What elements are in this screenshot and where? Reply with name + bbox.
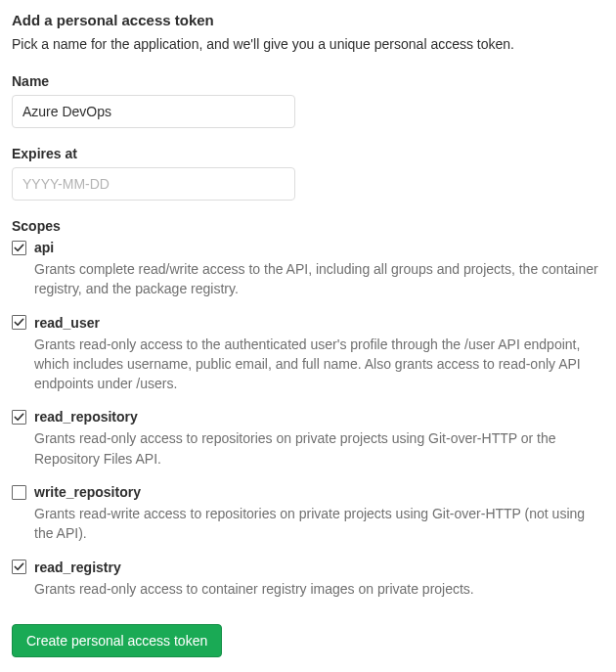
- scope-row-write_repository: write_repositoryGrants read-write access…: [12, 484, 604, 544]
- scope-description: Grants read-write access to repositories…: [34, 504, 604, 544]
- scope-row-api: apiGrants complete read/write access to …: [12, 240, 604, 299]
- scope-header: write_repository: [12, 484, 604, 500]
- scope-row-read_repository: read_repositoryGrants read-only access t…: [12, 409, 604, 469]
- scope-header: read_repository: [12, 409, 604, 425]
- expires-input[interactable]: [12, 167, 295, 201]
- scope-name-label: api: [34, 240, 54, 255]
- create-token-button[interactable]: Create personal access token: [12, 624, 222, 657]
- scope-description: Grants read-only access to container reg…: [34, 579, 604, 599]
- name-input[interactable]: [12, 95, 295, 128]
- scope-name-label: write_repository: [34, 484, 141, 500]
- scope-row-read_registry: read_registryGrants read-only access to …: [12, 560, 604, 599]
- expires-label: Expires at: [12, 146, 604, 161]
- scope-checkbox-api[interactable]: [12, 241, 26, 255]
- scope-name-label: read_repository: [34, 409, 138, 425]
- scope-header: read_user: [12, 315, 604, 331]
- page-heading: Add a personal access token: [12, 12, 604, 28]
- scope-checkbox-read_repository[interactable]: [12, 410, 26, 425]
- scope-name-label: read_user: [34, 315, 100, 331]
- scope-name-label: read_registry: [34, 560, 121, 575]
- scope-checkbox-write_repository[interactable]: [12, 485, 26, 500]
- scope-description: Grants read-only access to repositories …: [34, 428, 604, 469]
- name-field-group: Name: [12, 73, 604, 128]
- scope-checkbox-read_registry[interactable]: [12, 560, 26, 574]
- scope-row-read_user: read_userGrants read-only access to the …: [12, 315, 604, 394]
- scope-checkbox-read_user[interactable]: [12, 315, 26, 330]
- scope-header: api: [12, 240, 604, 255]
- page-subtext: Pick a name for the application, and we'…: [12, 36, 604, 52]
- scope-description: Grants complete read/write access to the…: [34, 259, 604, 299]
- name-label: Name: [12, 73, 604, 89]
- expires-field-group: Expires at: [12, 146, 604, 201]
- scope-description: Grants read-only access to the authentic…: [34, 335, 604, 394]
- scope-header: read_registry: [12, 560, 604, 575]
- scopes-list: apiGrants complete read/write access to …: [12, 240, 604, 599]
- scopes-label: Scopes: [12, 218, 604, 234]
